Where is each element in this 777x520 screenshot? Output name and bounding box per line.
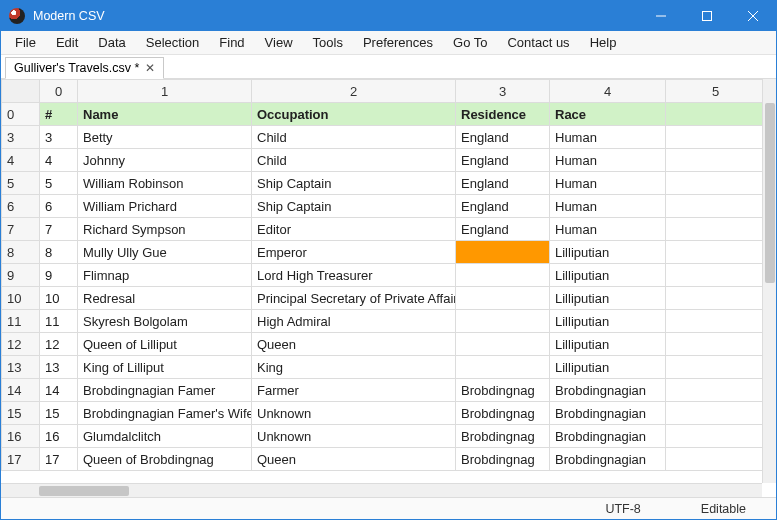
cell[interactable]: England — [456, 126, 550, 149]
cell[interactable] — [666, 333, 766, 356]
cell[interactable]: Brobdingnagian — [550, 379, 666, 402]
cell[interactable]: 4 — [40, 149, 78, 172]
cell[interactable]: Johnny — [78, 149, 252, 172]
scrollbar-thumb[interactable] — [765, 103, 775, 283]
row-header[interactable]: 5 — [2, 172, 40, 195]
close-button[interactable] — [730, 1, 776, 31]
cell[interactable]: Ship Captain — [252, 172, 456, 195]
cell[interactable]: England — [456, 149, 550, 172]
cell[interactable]: 5 — [40, 172, 78, 195]
cell[interactable]: Lilliputian — [550, 310, 666, 333]
column-header[interactable]: 5 — [666, 80, 766, 103]
cell[interactable]: Queen of Brobdingnag — [78, 448, 252, 471]
menu-goto[interactable]: Go To — [445, 33, 495, 52]
cell[interactable] — [456, 356, 550, 379]
cell[interactable]: 12 — [40, 333, 78, 356]
cell[interactable]: Brobdingnag — [456, 402, 550, 425]
file-tab[interactable]: Gulliver's Travels.csv * ✕ — [5, 57, 164, 79]
cell[interactable] — [456, 264, 550, 287]
menu-view[interactable]: View — [257, 33, 301, 52]
cell[interactable] — [456, 310, 550, 333]
menu-help[interactable]: Help — [582, 33, 625, 52]
cell[interactable] — [666, 172, 766, 195]
cell[interactable]: King of Lilliput — [78, 356, 252, 379]
menu-file[interactable]: File — [7, 33, 44, 52]
row-header[interactable]: 6 — [2, 195, 40, 218]
cell[interactable]: Lord High Treasurer — [252, 264, 456, 287]
cell[interactable] — [666, 126, 766, 149]
cell[interactable]: Brobdingnagian — [550, 448, 666, 471]
cell[interactable]: Occupation — [252, 103, 456, 126]
cell[interactable] — [666, 310, 766, 333]
cell[interactable]: High Admiral — [252, 310, 456, 333]
column-header[interactable]: 2 — [252, 80, 456, 103]
cell[interactable]: William Prichard — [78, 195, 252, 218]
cell[interactable]: Brobdingnagian Famer's Wife — [78, 402, 252, 425]
cell[interactable]: Lilliputian — [550, 241, 666, 264]
titlebar[interactable]: Modern CSV — [1, 1, 776, 31]
cell[interactable] — [456, 241, 550, 264]
cell[interactable]: Brobdingnag — [456, 425, 550, 448]
row-header[interactable]: 14 — [2, 379, 40, 402]
cell[interactable]: Glumdalclitch — [78, 425, 252, 448]
cell[interactable]: William Robinson — [78, 172, 252, 195]
cell[interactable]: Residence — [456, 103, 550, 126]
grid-corner[interactable] — [2, 80, 40, 103]
cell[interactable] — [666, 379, 766, 402]
menu-data[interactable]: Data — [90, 33, 133, 52]
row-header[interactable]: 16 — [2, 425, 40, 448]
status-mode[interactable]: Editable — [671, 502, 776, 516]
cell[interactable]: 7 — [40, 218, 78, 241]
column-header[interactable]: 4 — [550, 80, 666, 103]
menu-tools[interactable]: Tools — [305, 33, 351, 52]
cell[interactable]: Brobdingnagian — [550, 402, 666, 425]
cell[interactable]: England — [456, 172, 550, 195]
cell[interactable]: Lilliputian — [550, 356, 666, 379]
tab-close-icon[interactable]: ✕ — [145, 62, 155, 74]
cell[interactable]: Brobdingnag — [456, 448, 550, 471]
cell[interactable]: Human — [550, 126, 666, 149]
cell[interactable]: 11 — [40, 310, 78, 333]
cell[interactable]: Flimnap — [78, 264, 252, 287]
cell[interactable]: Human — [550, 172, 666, 195]
cell[interactable]: Queen — [252, 448, 456, 471]
cell[interactable]: 3 — [40, 126, 78, 149]
cell[interactable]: Name — [78, 103, 252, 126]
cell[interactable] — [666, 356, 766, 379]
cell[interactable] — [666, 264, 766, 287]
cell[interactable]: Queen — [252, 333, 456, 356]
cell[interactable]: 17 — [40, 448, 78, 471]
row-header[interactable]: 0 — [2, 103, 40, 126]
cell[interactable]: Human — [550, 195, 666, 218]
cell[interactable]: Editor — [252, 218, 456, 241]
column-header[interactable]: 0 — [40, 80, 78, 103]
cell[interactable]: Unknown — [252, 402, 456, 425]
cell[interactable] — [666, 149, 766, 172]
cell[interactable]: Farmer — [252, 379, 456, 402]
menu-find[interactable]: Find — [211, 33, 252, 52]
menu-preferences[interactable]: Preferences — [355, 33, 441, 52]
cell[interactable] — [666, 425, 766, 448]
minimize-button[interactable] — [638, 1, 684, 31]
cell[interactable]: Child — [252, 126, 456, 149]
status-encoding[interactable]: UTF-8 — [575, 502, 670, 516]
cell[interactable]: Lilliputian — [550, 333, 666, 356]
cell[interactable] — [456, 287, 550, 310]
cell[interactable]: 14 — [40, 379, 78, 402]
horizontal-scrollbar[interactable] — [1, 483, 762, 497]
menu-selection[interactable]: Selection — [138, 33, 207, 52]
row-header[interactable]: 7 — [2, 218, 40, 241]
column-header[interactable]: 3 — [456, 80, 550, 103]
cell[interactable]: 13 — [40, 356, 78, 379]
cell[interactable]: # — [40, 103, 78, 126]
cell[interactable]: 6 — [40, 195, 78, 218]
cell[interactable] — [666, 218, 766, 241]
row-header[interactable]: 12 — [2, 333, 40, 356]
cell[interactable]: Richard Sympson — [78, 218, 252, 241]
cell[interactable]: Skyresh Bolgolam — [78, 310, 252, 333]
cell[interactable] — [666, 103, 766, 126]
cell[interactable]: Human — [550, 218, 666, 241]
row-header[interactable]: 8 — [2, 241, 40, 264]
cell[interactable]: Emperor — [252, 241, 456, 264]
cell[interactable] — [666, 402, 766, 425]
